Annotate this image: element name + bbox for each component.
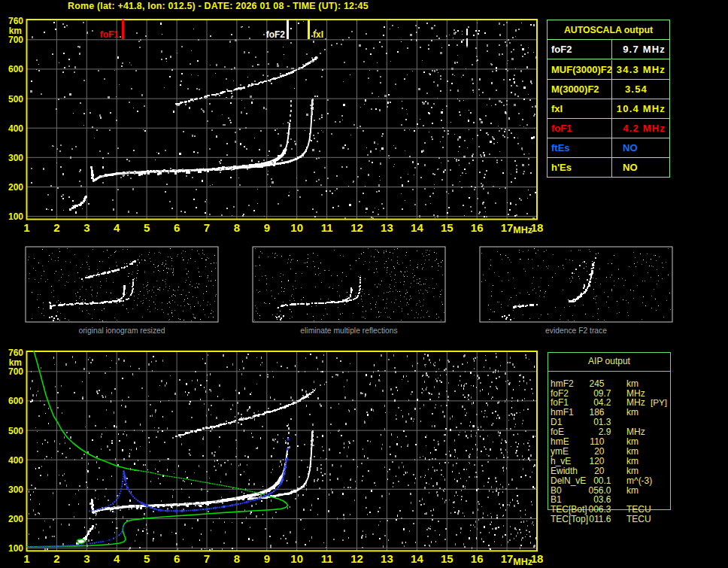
svg-text:15: 15 xyxy=(441,221,453,234)
svg-text:eliminate multiple reflections: eliminate multiple reflections xyxy=(300,327,397,335)
svg-text:2: 2 xyxy=(53,221,59,234)
svg-text:500: 500 xyxy=(8,94,23,105)
svg-text:1: 1 xyxy=(23,552,29,565)
svg-text:400: 400 xyxy=(8,455,23,466)
svg-text:17: 17 xyxy=(501,552,514,565)
svg-text:foF2: foF2 xyxy=(266,29,286,40)
svg-text:10: 10 xyxy=(290,552,303,565)
svg-text:15: 15 xyxy=(441,552,453,565)
svg-text:4: 4 xyxy=(114,552,120,565)
svg-text:10: 10 xyxy=(290,221,303,234)
svg-text:original ionogram resized: original ionogram resized xyxy=(78,327,165,335)
svg-text:3: 3 xyxy=(83,552,89,565)
svg-text:3: 3 xyxy=(83,221,89,234)
svg-text:700: 700 xyxy=(8,366,23,377)
svg-text:fxI: fxI xyxy=(313,29,323,40)
svg-text:9: 9 xyxy=(264,552,270,565)
svg-text:2: 2 xyxy=(53,552,59,565)
svg-text:700: 700 xyxy=(8,35,23,45)
svg-text:11: 11 xyxy=(321,221,333,234)
svg-text:7: 7 xyxy=(204,221,210,234)
svg-text:600: 600 xyxy=(8,64,23,74)
svg-text:13: 13 xyxy=(381,221,393,234)
svg-text:13: 13 xyxy=(381,552,393,565)
svg-text:18: 18 xyxy=(531,221,544,234)
svg-text:evidence F2 trace: evidence F2 trace xyxy=(545,327,607,335)
svg-text:MHz: MHz xyxy=(513,225,532,235)
svg-text:MHz: MHz xyxy=(513,557,532,567)
svg-text:1: 1 xyxy=(23,221,29,234)
svg-text:17: 17 xyxy=(501,221,514,234)
svg-text:6: 6 xyxy=(174,552,180,565)
svg-text:100: 100 xyxy=(8,211,23,222)
svg-text:4: 4 xyxy=(114,221,120,234)
svg-text:6: 6 xyxy=(174,221,180,234)
svg-text:14: 14 xyxy=(411,552,423,565)
svg-text:100: 100 xyxy=(8,543,23,554)
svg-text:7: 7 xyxy=(204,552,210,565)
svg-text:18: 18 xyxy=(531,552,544,565)
svg-text:200: 200 xyxy=(8,514,23,524)
svg-text:600: 600 xyxy=(8,396,23,406)
svg-text:9: 9 xyxy=(264,221,270,234)
svg-text:16: 16 xyxy=(471,552,484,565)
svg-text:foF1: foF1 xyxy=(100,29,120,40)
svg-text:200: 200 xyxy=(8,182,23,193)
svg-text:16: 16 xyxy=(471,221,484,234)
svg-text:300: 300 xyxy=(8,153,23,163)
svg-text:300: 300 xyxy=(8,484,23,495)
svg-text:8: 8 xyxy=(234,552,240,565)
svg-text:5: 5 xyxy=(144,221,150,234)
svg-text:5: 5 xyxy=(144,552,150,565)
svg-text:14: 14 xyxy=(411,221,423,234)
svg-text:760: 760 xyxy=(8,16,23,26)
svg-text:12: 12 xyxy=(350,221,363,234)
svg-text:500: 500 xyxy=(8,426,23,436)
svg-text:11: 11 xyxy=(321,552,333,565)
svg-text:Rome (lat: +41.8, lon: 012.5): Rome (lat: +41.8, lon: 012.5) - DATE: 20… xyxy=(68,1,369,11)
svg-text:400: 400 xyxy=(8,123,23,134)
svg-text:8: 8 xyxy=(234,221,240,234)
svg-text:760: 760 xyxy=(8,348,23,358)
svg-text:12: 12 xyxy=(350,552,363,565)
